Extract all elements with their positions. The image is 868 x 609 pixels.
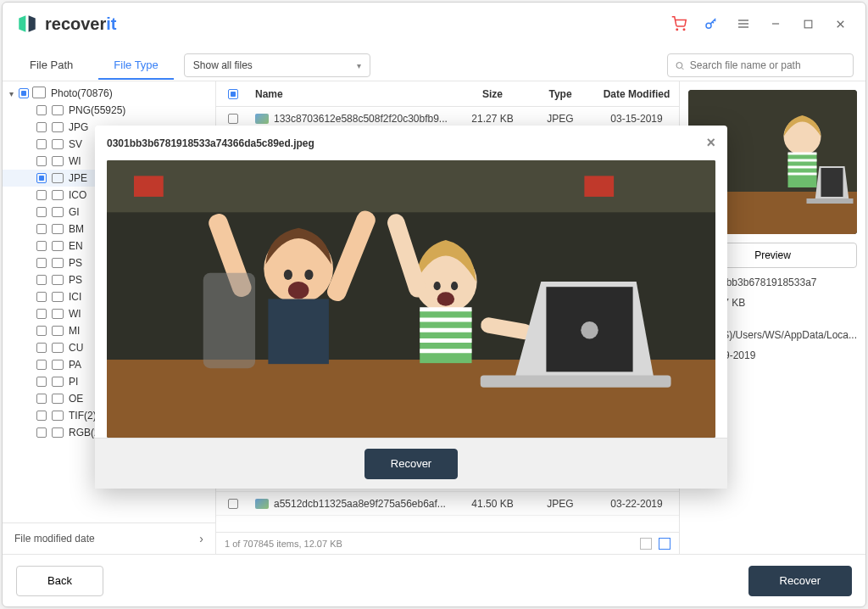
sidebar-filter-date[interactable]: File modified date › xyxy=(3,522,215,554)
tab-file-type[interactable]: File Type xyxy=(98,52,174,80)
folder-icon xyxy=(52,241,64,251)
svg-rect-15 xyxy=(788,154,817,187)
tree-item-label: JPG xyxy=(69,121,88,133)
col-date[interactable]: Date Modified xyxy=(594,88,679,100)
svg-point-24 xyxy=(284,270,292,280)
titlebar-controls xyxy=(667,12,852,36)
file-name: 133c8703612e588c508f2f20c30bfb9... xyxy=(274,113,448,125)
recover-button[interactable]: Recover xyxy=(748,566,852,596)
checkbox[interactable] xyxy=(36,377,47,387)
filter-dropdown[interactable]: Show all files ▾ xyxy=(184,53,370,77)
tree-item-label: WI xyxy=(69,155,81,167)
select-all-checkbox[interactable] xyxy=(228,89,238,99)
file-count-label: 1 of 707845 items, 12.07 KB xyxy=(225,539,342,549)
window-close-icon[interactable] xyxy=(828,12,852,36)
chevron-down-icon: ▾ xyxy=(9,89,14,98)
svg-rect-17 xyxy=(807,198,854,204)
table-row[interactable]: a5512dcb11325aa8e9f275a56eb6af...41.50 K… xyxy=(216,492,679,516)
tree-item-label: SV xyxy=(69,138,82,150)
folder-icon xyxy=(52,105,64,115)
back-button[interactable]: Back xyxy=(16,566,103,596)
col-name[interactable]: Name xyxy=(250,88,459,100)
checkbox[interactable] xyxy=(36,258,47,268)
checkbox[interactable] xyxy=(36,309,47,319)
close-icon[interactable]: × xyxy=(706,134,715,152)
list-view-icon[interactable] xyxy=(659,538,670,550)
folder-icon xyxy=(52,377,64,387)
checkbox[interactable] xyxy=(36,190,47,200)
checkbox[interactable] xyxy=(36,122,47,132)
svg-point-25 xyxy=(304,270,313,280)
maximize-icon[interactable] xyxy=(796,12,820,36)
modal-recover-button[interactable]: Recover xyxy=(364,449,458,479)
search-input[interactable] xyxy=(690,59,846,71)
row-checkbox[interactable] xyxy=(228,114,238,124)
checkbox[interactable] xyxy=(36,360,47,370)
checkbox[interactable] xyxy=(36,411,47,421)
tree-root-label: Photo(70876) xyxy=(51,87,113,99)
file-list-footer: 1 of 707845 items, 12.07 KB xyxy=(216,532,679,554)
thumbnail-icon xyxy=(255,114,269,124)
checkbox[interactable] xyxy=(36,207,47,217)
checkbox[interactable] xyxy=(36,241,47,251)
row-checkbox[interactable] xyxy=(228,499,238,509)
folder-icon xyxy=(52,207,64,217)
folder-icon xyxy=(52,343,64,353)
checkbox[interactable] xyxy=(36,343,47,353)
svg-point-0 xyxy=(676,29,678,31)
tree-item-label: PS xyxy=(69,274,82,286)
chevron-down-icon: ▾ xyxy=(357,61,361,70)
tree-root[interactable]: ▾ Photo(70876) xyxy=(3,85,215,102)
minimize-icon[interactable] xyxy=(764,12,787,36)
folder-icon xyxy=(52,139,64,149)
folder-icon xyxy=(52,224,64,234)
svg-rect-34 xyxy=(420,310,471,363)
checkbox[interactable] xyxy=(36,224,47,234)
logo-text: recoverit xyxy=(45,14,117,34)
folder-icon xyxy=(52,292,64,302)
file-type: JPEG xyxy=(526,113,594,125)
checkbox[interactable] xyxy=(36,394,47,404)
grid-view-icon[interactable] xyxy=(640,538,652,550)
col-size[interactable]: Size xyxy=(459,88,526,100)
modal-title: 0301bb3b6781918533a74366da5c89ed.jpeg xyxy=(107,137,314,149)
modal-footer: Recover xyxy=(95,438,727,489)
file-type: JPEG xyxy=(526,498,594,510)
sidebar-foot-label: File modified date xyxy=(14,533,95,545)
cart-icon[interactable] xyxy=(667,12,691,36)
folder-icon xyxy=(52,411,64,421)
checkbox[interactable] xyxy=(36,292,47,302)
modal-image xyxy=(107,160,715,438)
checkbox[interactable] xyxy=(36,326,47,336)
footer: Back Recover xyxy=(3,554,865,606)
tree-item[interactable]: PNG(55925) xyxy=(3,102,215,119)
svg-line-11 xyxy=(682,67,683,69)
tree-item-label: WI xyxy=(69,308,81,320)
checkbox[interactable] xyxy=(36,156,47,166)
checkbox[interactable] xyxy=(36,427,47,438)
checkbox[interactable] xyxy=(19,88,29,98)
svg-rect-27 xyxy=(268,299,329,365)
key-icon[interactable] xyxy=(699,12,723,36)
file-date: 03-15-2019 xyxy=(594,113,679,125)
toolbar: File Path File Type Show all files ▾ xyxy=(3,45,865,81)
view-toggles xyxy=(640,538,670,550)
tree-item-label: MI xyxy=(69,325,80,337)
folder-icon xyxy=(52,394,64,404)
checkbox[interactable] xyxy=(36,139,47,149)
logo-icon xyxy=(16,13,38,35)
filter-label: Show all files xyxy=(193,59,253,71)
tab-file-path[interactable]: File Path xyxy=(14,52,88,80)
folder-icon xyxy=(52,122,64,132)
folder-icon xyxy=(52,360,64,370)
checkbox[interactable] xyxy=(36,105,47,115)
modal-body xyxy=(95,160,727,438)
checkbox[interactable] xyxy=(36,275,47,285)
svg-rect-19 xyxy=(107,160,715,212)
menu-icon[interactable] xyxy=(732,12,755,36)
checkbox[interactable] xyxy=(36,173,47,183)
preview-modal: 0301bb3b6781918533a74366da5c89ed.jpeg × xyxy=(95,126,727,489)
search-box[interactable] xyxy=(667,53,854,77)
thumbnail-icon xyxy=(255,499,269,509)
col-type[interactable]: Type xyxy=(526,88,594,100)
